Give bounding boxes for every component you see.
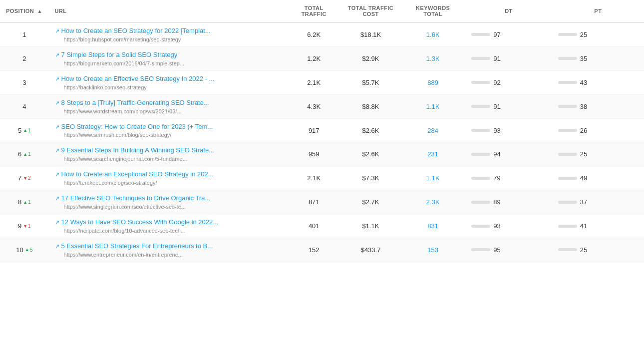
url-title[interactable]: ↗ SEO Strategy: How to Create One for 20… bbox=[55, 123, 281, 131]
external-link-icon: ↗ bbox=[55, 123, 59, 130]
position-cell: 7 ▼2 bbox=[0, 166, 49, 190]
pt-col: 41 bbox=[552, 214, 644, 238]
dt-cell: 89 bbox=[471, 198, 546, 206]
position-cell: 5 ▲1 bbox=[0, 118, 49, 142]
url-title[interactable]: ↗ 9 Essential Steps In Building A Winnin… bbox=[55, 146, 281, 155]
dt-value: 97 bbox=[493, 31, 500, 38]
url-title[interactable]: ↗ How to Create an Effective SEO Strateg… bbox=[55, 75, 281, 83]
keywords-cell: 1.1K bbox=[400, 94, 465, 118]
traffic-cell: 6.2K bbox=[287, 22, 341, 46]
col-header-pt[interactable]: PT bbox=[552, 0, 644, 22]
external-link-icon: ↗ bbox=[55, 27, 59, 34]
pt-value: 35 bbox=[580, 55, 587, 62]
url-subtitle: https://www.searchenginejournal.com/5-fu… bbox=[55, 156, 281, 162]
traffic-cell: 1.2K bbox=[287, 46, 341, 70]
sort-icon: ▲ bbox=[37, 8, 42, 14]
dt-col: 89 bbox=[465, 190, 552, 214]
dt-col: 93 bbox=[465, 214, 552, 238]
table-row: 1 ↗ How to Create an SEO Strategy for 20… bbox=[0, 22, 644, 46]
dt-bar bbox=[471, 177, 490, 180]
dt-value: 93 bbox=[493, 222, 500, 230]
keywords-link[interactable]: 1.6K bbox=[426, 31, 440, 38]
position-cell: 4 bbox=[0, 94, 49, 118]
pt-value: 41 bbox=[580, 222, 587, 230]
serp-table: POSITION ▲ URL TOTAL TRAFFIC TOTAL TRAFF… bbox=[0, 0, 644, 262]
position-change-down: ▼2 bbox=[23, 175, 30, 181]
url-cell: ↗ 9 Essential Steps In Building A Winnin… bbox=[49, 142, 287, 166]
col-header-position[interactable]: POSITION ▲ bbox=[0, 0, 49, 22]
url-subtitle: https://www.entrepreneur.com/en-in/entre… bbox=[55, 252, 281, 258]
keywords-link[interactable]: 1.1K bbox=[426, 103, 440, 110]
keywords-link[interactable]: 284 bbox=[427, 127, 438, 134]
pt-bar bbox=[558, 57, 577, 60]
url-cell: ↗ 5 Essential SEO Strategies For Entrepr… bbox=[49, 238, 287, 262]
cost-cell: $1.1K bbox=[341, 214, 400, 238]
col-header-url[interactable]: URL bbox=[49, 0, 287, 22]
pt-value: 38 bbox=[580, 103, 587, 110]
keywords-link[interactable]: 2.3K bbox=[426, 198, 440, 206]
external-link-icon: ↗ bbox=[55, 171, 59, 178]
col-header-traffic[interactable]: TOTAL TRAFFIC bbox=[287, 0, 341, 22]
keywords-link[interactable]: 831 bbox=[427, 222, 438, 230]
pt-value: 26 bbox=[580, 127, 587, 134]
url-title[interactable]: ↗ 17 Effective SEO Techniques to Drive O… bbox=[55, 194, 281, 203]
col-header-cost[interactable]: TOTAL TRAFFIC COST bbox=[341, 0, 400, 22]
table-row: 3 ↗ How to Create an Effective SEO Strat… bbox=[0, 70, 644, 94]
table-row: 9 ▼1 ↗ 12 Ways to Have SEO Success With … bbox=[0, 214, 644, 238]
pt-cell: 41 bbox=[558, 222, 638, 230]
position-number: 8 bbox=[18, 198, 21, 206]
col-header-keywords[interactable]: KEYWORDS TOTAL bbox=[400, 0, 465, 22]
cost-cell: $433.7 bbox=[341, 238, 400, 262]
url-subtitle: https://neilpatel.com/blog/10-advanced-s… bbox=[55, 228, 281, 234]
traffic-cell: 4.3K bbox=[287, 94, 341, 118]
col-header-dt[interactable]: DT bbox=[465, 0, 552, 22]
dt-value: 93 bbox=[493, 127, 500, 134]
keywords-link[interactable]: 1.1K bbox=[426, 174, 440, 182]
dt-cell: 91 bbox=[471, 55, 546, 62]
pt-bar bbox=[558, 248, 577, 251]
dt-col: 94 bbox=[465, 142, 552, 166]
cost-cell: $2.9K bbox=[341, 46, 400, 70]
url-cell: ↗ 7 Simple Steps for a Solid SEO Strateg… bbox=[49, 46, 287, 70]
url-cell: ↗ How to Create an SEO Strategy for 2022… bbox=[49, 22, 287, 46]
position-number: 6 bbox=[18, 150, 21, 158]
dt-col: 91 bbox=[465, 46, 552, 70]
table-row: 6 ▲1 ↗ 9 Essential Steps In Building A W… bbox=[0, 142, 644, 166]
dt-value: 91 bbox=[493, 55, 500, 62]
dt-bar bbox=[471, 57, 490, 60]
url-subtitle: https://www.semrush.com/blog/seo-strateg… bbox=[55, 132, 281, 138]
url-title[interactable]: ↗ 12 Ways to Have SEO Success With Googl… bbox=[55, 218, 281, 227]
dt-bar bbox=[471, 153, 490, 156]
dt-cell: 91 bbox=[471, 103, 546, 110]
position-number: 7 bbox=[18, 174, 21, 182]
url-title[interactable]: ↗ How to Create an Exceptional SEO Strat… bbox=[55, 170, 281, 179]
external-link-icon: ↗ bbox=[55, 147, 59, 154]
keywords-cell: 153 bbox=[400, 238, 465, 262]
dt-value: 91 bbox=[493, 103, 500, 110]
url-title[interactable]: ↗ How to Create an SEO Strategy for 2022… bbox=[55, 27, 281, 35]
url-cell: ↗ How to Create an Effective SEO Strateg… bbox=[49, 70, 287, 94]
dt-bar bbox=[471, 201, 490, 204]
pt-cell: 37 bbox=[558, 198, 638, 206]
url-title[interactable]: ↗ 5 Essential SEO Strategies For Entrepr… bbox=[55, 242, 281, 251]
dt-cell: 94 bbox=[471, 150, 546, 158]
dt-cell: 97 bbox=[471, 31, 546, 38]
keywords-link[interactable]: 889 bbox=[427, 79, 438, 86]
keywords-link[interactable]: 231 bbox=[427, 150, 438, 158]
url-subtitle: https://www.wordstream.com/blog/ws/2021/… bbox=[55, 108, 281, 114]
position-number: 1 bbox=[22, 31, 26, 38]
external-link-icon: ↗ bbox=[55, 195, 59, 202]
position-cell: 8 ▲1 bbox=[0, 190, 49, 214]
keywords-link[interactable]: 153 bbox=[427, 246, 438, 254]
position-number: 9 bbox=[18, 222, 21, 230]
dt-bar bbox=[471, 248, 490, 251]
position-cell: 10 ▲5 bbox=[0, 238, 49, 262]
table-row: 8 ▲1 ↗ 17 Effective SEO Techniques to Dr… bbox=[0, 190, 644, 214]
position-cell: 9 ▼1 bbox=[0, 214, 49, 238]
keywords-link[interactable]: 1.3K bbox=[426, 55, 440, 62]
url-title[interactable]: ↗ 8 Steps to a [Truly] Traffic-Generatin… bbox=[55, 99, 281, 107]
pt-bar bbox=[558, 153, 577, 156]
pt-value: 37 bbox=[580, 198, 587, 206]
url-title[interactable]: ↗ 7 Simple Steps for a Solid SEO Strateg… bbox=[55, 51, 281, 59]
position-number: 4 bbox=[22, 103, 26, 110]
